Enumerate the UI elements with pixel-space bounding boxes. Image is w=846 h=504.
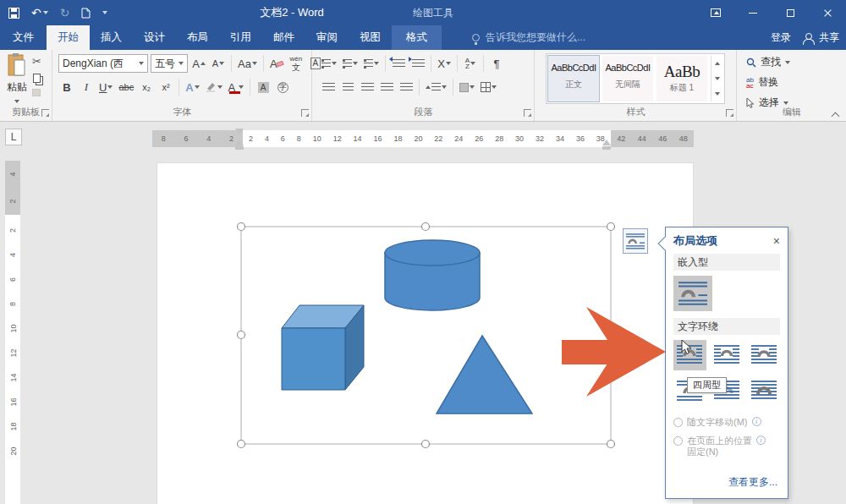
wrap-inline-option[interactable] [673,276,712,311]
right-indent-marker[interactable] [602,140,611,150]
layout-options-button[interactable] [623,228,648,254]
shading-button[interactable] [458,78,476,96]
italic-button[interactable]: I [78,78,95,96]
new-document-icon[interactable] [81,8,91,19]
minimize-button[interactable] [734,0,772,25]
account-area: 登录 共享 [771,25,839,50]
tab-邮件[interactable]: 邮件 [262,25,305,50]
tab-格式[interactable]: 格式 [392,25,442,50]
decrease-indent-button[interactable] [390,54,407,73]
font-dialog-launcher[interactable] [301,109,309,117]
tell-me-box[interactable]: 告诉我您想要做什么... [472,25,585,50]
wrap-in-front-option[interactable] [747,375,780,406]
fix-position-radio[interactable]: 在页面上的位置固定(N) i [673,436,780,457]
window-controls [697,0,846,25]
grow-font-button[interactable]: A [190,54,207,73]
tab-开始[interactable]: 开始 [47,25,90,50]
superscript-button[interactable]: x² [157,78,174,96]
style-card-无间隔[interactable]: AaBbCcDdI无间隔 [602,56,653,101]
ruler-number: 26 [475,134,483,143]
tab-文件[interactable]: 文件 [0,25,47,50]
align-center-button[interactable] [339,78,356,96]
underline-button[interactable]: U [97,78,114,96]
paragraph-dialog-launcher[interactable] [524,109,531,117]
subscript-button[interactable]: x₂ [138,78,155,96]
tab-布局[interactable]: 布局 [176,25,219,50]
info-icon: i [752,417,761,426]
phonetic-guide-button[interactable]: wén文 [288,54,305,73]
font-name-combo[interactable]: DengXian (西 [58,54,148,73]
bullets-button[interactable] [320,54,338,73]
ruler-number: 2 [229,134,233,143]
shrink-font-button[interactable]: A [210,54,227,73]
sort-button[interactable]: AZ [462,54,479,73]
clear-formatting-button[interactable]: A [268,54,285,73]
styles-dialog-launcher[interactable] [726,109,733,117]
tab-stop-selector[interactable]: L [5,129,22,145]
clipboard-dialog-launcher[interactable] [41,109,49,117]
document-page[interactable] [157,162,694,504]
styles-gallery-scrollbar[interactable] [711,56,722,101]
sign-in-button[interactable]: 登录 [771,30,791,45]
undo-button[interactable]: ↶ [31,7,48,19]
ruler-number: 6 [281,134,285,143]
tab-设计[interactable]: 设计 [133,25,176,50]
first-line-indent-marker[interactable] [235,129,244,134]
tab-引用[interactable]: 引用 [219,25,262,50]
tab-插入[interactable]: 插入 [90,25,133,50]
share-button[interactable]: 共享 [803,30,839,45]
vertical-ruler[interactable]: 42 2468101214161820 [5,161,20,504]
increase-indent-button[interactable] [409,54,426,73]
find-button[interactable]: 查找 [746,55,790,69]
ruler-number: 46 [658,134,667,143]
popup-close-icon[interactable]: × [773,235,780,247]
ruler-number: 44 [638,134,646,143]
collapse-ribbon-button[interactable] [832,112,839,116]
highlight-button[interactable] [204,78,224,96]
see-more-link[interactable]: 查看更多... [728,475,777,490]
wrap-through-option[interactable] [747,340,780,370]
cut-button[interactable]: ✂ [32,55,41,68]
style-card-标题 1[interactable]: AaBb标题 1 [656,56,707,101]
hanging-indent-marker[interactable] [235,140,244,150]
bold-button[interactable]: B [58,78,75,96]
show-hide-marks-button[interactable]: ¶ [488,54,505,73]
maximize-button[interactable] [772,0,809,25]
font-size-combo[interactable]: 五号 [151,54,188,73]
redo-button[interactable]: ↻ [60,7,70,19]
copy-button[interactable] [33,74,41,83]
numbering-button[interactable] [341,54,360,73]
align-left-button[interactable] [320,78,337,96]
line-spacing-button[interactable] [424,78,448,96]
ruler-number: 20 [414,134,422,143]
customize-qat-button[interactable] [102,11,107,14]
save-icon[interactable] [8,8,19,19]
character-shading-button[interactable]: A [255,78,272,96]
move-with-text-radio[interactable]: 随文字移动(M) i [673,417,780,428]
wrap-tight-option[interactable] [711,340,744,370]
distribute-button[interactable] [398,78,415,96]
font-color-button[interactable]: A [227,78,246,96]
titlebar: ↶ ↻ 文档2 - Word 绘图工具 [0,0,846,25]
ruler-number: 2 [8,199,17,203]
layout-options-popup: 布局选项 × 嵌入型 文字环绕 [665,227,788,499]
justify-button[interactable] [378,78,395,96]
tab-视图[interactable]: 视图 [349,25,392,50]
paste-button[interactable]: 粘贴 [4,53,30,105]
format-painter-button[interactable] [32,89,41,96]
text-effects-button[interactable]: A [184,78,201,96]
ribbon-display-options-button[interactable] [697,0,734,25]
strikethrough-button[interactable]: abc [117,78,135,96]
tab-审阅[interactable]: 审阅 [305,25,349,50]
close-button[interactable] [809,0,846,25]
ruler-number: 8 [297,134,301,143]
asian-layout-button[interactable]: X [436,54,453,73]
replace-button[interactable]: abac 替换 [746,75,778,90]
enclose-characters-button[interactable]: 字 [274,78,291,96]
style-card-正文[interactable]: AaBbCcDdI正文 [548,56,599,101]
horizontal-ruler[interactable]: 8642 2468101214161820222426283032343638 … [152,130,694,147]
borders-button[interactable] [479,78,498,96]
change-case-button[interactable]: Aa [236,54,259,73]
multilevel-list-button[interactable] [362,54,381,73]
align-right-button[interactable] [359,78,376,96]
